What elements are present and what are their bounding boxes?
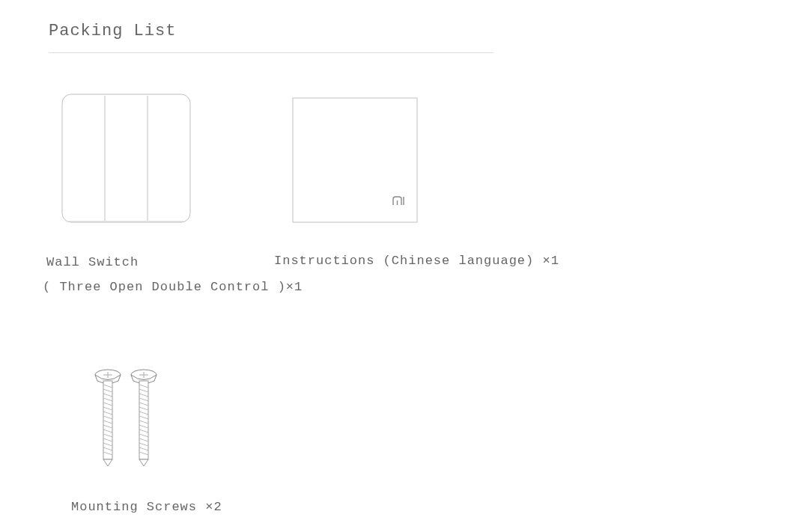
svg-rect-4 — [293, 98, 417, 222]
instructions-label: Instructions (Chinese language) ×1 — [274, 254, 559, 268]
wall-switch-sublabel: ( Three Open Double Control )×1 — [43, 280, 303, 294]
mounting-screws-illustration — [91, 368, 160, 473]
mounting-screws-label: Mounting Screws ×2 — [71, 500, 222, 514]
wall-switch-label: Wall Switch — [46, 255, 139, 269]
wall-switch-illustration — [61, 94, 191, 227]
page-title: Packing List — [49, 22, 176, 40]
divider — [49, 52, 493, 53]
instructions-illustration — [292, 97, 418, 227]
svg-rect-0 — [62, 94, 190, 222]
